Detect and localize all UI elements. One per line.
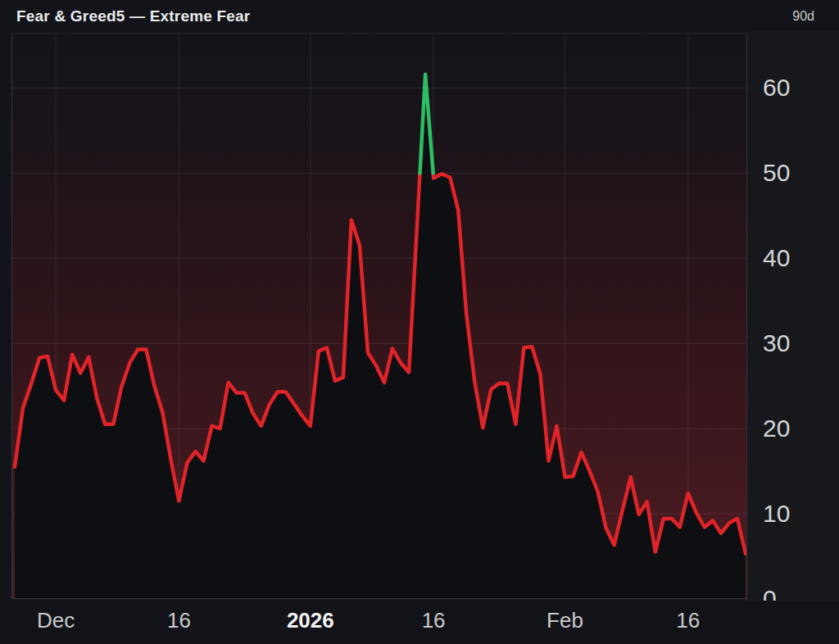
x-tick-label: 2026	[287, 608, 334, 633]
y-tick-label: 50	[763, 159, 790, 187]
y-tick-label: 20	[763, 415, 790, 442]
y-tick-label: 30	[763, 329, 790, 357]
x-tick-label: Dec	[37, 608, 75, 633]
titlebar: Fear & Greed5 — Extreme Fear 90d	[0, 0, 839, 31]
x-tick-label: 16	[422, 608, 446, 633]
page-title: Fear & Greed5 — Extreme Fear	[16, 7, 250, 25]
y-tick-label: 10	[763, 500, 790, 528]
fear-greed-chart	[0, 0, 839, 644]
y-tick-label: 0	[763, 585, 777, 601]
x-tick-label: 16	[676, 608, 700, 633]
range-selector[interactable]: 90d	[792, 9, 814, 24]
y-axis: 0102030405060	[747, 31, 839, 601]
y-tick-label: 60	[763, 74, 790, 102]
x-tick-label: 16	[167, 608, 191, 633]
x-tick-label: Feb	[546, 608, 583, 633]
y-tick-label: 40	[763, 244, 790, 272]
x-axis: Dec16202616Feb16	[0, 601, 839, 644]
